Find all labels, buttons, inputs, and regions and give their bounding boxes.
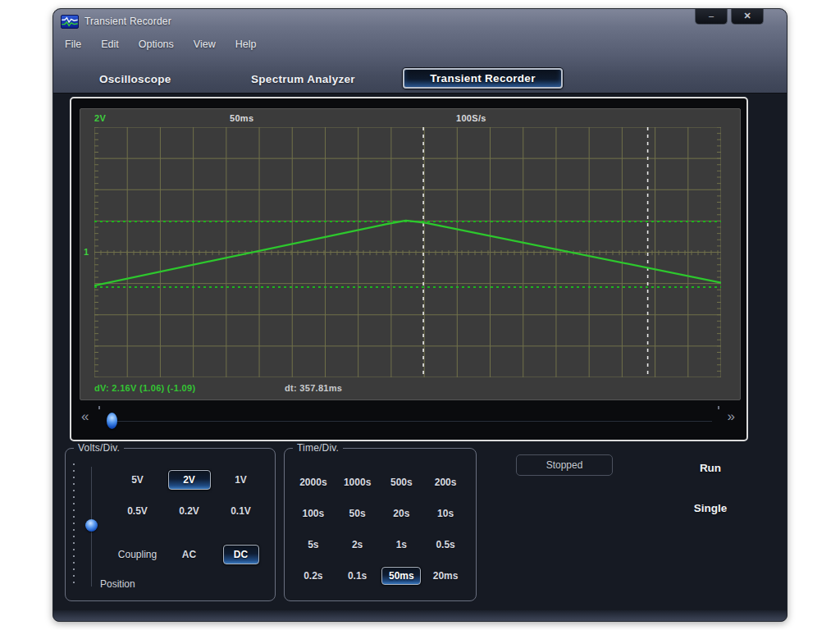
time-option-0.2s[interactable]: 0.2s (304, 570, 322, 582)
single-button[interactable]: Single (673, 502, 747, 514)
time-div-group: Time/Div. 2000s 1000s 500s 200s 100s 50s… (284, 448, 477, 601)
time-option-0.1s[interactable]: 0.1s (348, 570, 367, 582)
volts-option-0.5v[interactable]: 0.5V (127, 505, 148, 517)
menu-help[interactable]: Help (235, 39, 257, 50)
time-option-500s[interactable]: 500s (390, 477, 413, 488)
time-option-1000s[interactable]: 1000s (344, 477, 371, 488)
coupling-row: Coupling AC DC (112, 543, 267, 565)
titlebar[interactable]: Transient Recorder – ✕ (53, 9, 787, 35)
menu-options[interactable]: Options (139, 39, 174, 50)
scroll-tick (98, 406, 100, 409)
close-button[interactable]: ✕ (731, 9, 764, 25)
time-option-20s[interactable]: 20s (393, 508, 409, 519)
scope-screen: 2V 50ms 100S/s 1 dV: 2.16V (1.06) (-1.09… (80, 108, 741, 400)
time-option-2000s[interactable]: 2000s (299, 477, 326, 488)
position-slider-thumb[interactable] (85, 519, 98, 532)
volts-option-2v-selected[interactable]: 2V (168, 470, 211, 490)
volts-option-5v[interactable]: 5V (131, 474, 144, 486)
position-slider-ticks (73, 463, 75, 588)
volts-row-1: 5V 2V 1V (112, 468, 267, 491)
volts-div-group: Volts/Div. 5V 2V 1V 0.5V 0.2V 0.1V Coupl… (65, 448, 276, 601)
app-window: Transient Recorder – ✕ File Edit Options… (52, 8, 788, 622)
sample-rate-readout: 100S/s (456, 113, 486, 123)
time-per-div-readout: 50ms (230, 113, 253, 123)
volts-per-div-readout: 2V (94, 113, 106, 123)
run-button[interactable]: Run (673, 462, 747, 474)
time-option-50ms-selected[interactable]: 50ms (381, 567, 421, 585)
scope-grid (94, 127, 721, 377)
dv-readout: dV: 2.16V (1.06) (-1.09) (94, 383, 195, 393)
time-option-100s[interactable]: 100s (303, 508, 325, 519)
scroll-right-button[interactable]: » (728, 409, 735, 425)
time-option-10s[interactable]: 10s (437, 508, 454, 519)
menubar: File Edit Options View Help (65, 39, 256, 50)
time-option-2s[interactable]: 2s (352, 539, 363, 550)
scroll-thumb[interactable] (107, 413, 117, 429)
scope-scrollbar: « » (71, 404, 746, 440)
tab-oscilloscope[interactable]: Oscilloscope (99, 73, 171, 85)
mode-tabs: Oscilloscope Spectrum Analyzer Transient… (53, 65, 787, 93)
scroll-track[interactable] (114, 420, 712, 422)
volts-row-2: 0.5V 0.2V 0.1V (112, 500, 267, 522)
time-div-options: 2000s 1000s 500s 200s 100s 50s 20s 10s 5… (291, 467, 468, 591)
minimize-button[interactable]: – (695, 9, 728, 25)
scroll-tick (718, 406, 719, 409)
coupling-option-dc-selected[interactable]: DC (223, 545, 259, 564)
window-bottom-edge (53, 610, 787, 621)
volts-option-0.2v[interactable]: 0.2V (179, 505, 199, 517)
status-indicator: Stopped (516, 454, 613, 476)
scroll-left-button[interactable]: « (81, 409, 89, 425)
window-title: Transient Recorder (84, 16, 171, 27)
time-option-20ms[interactable]: 20ms (433, 570, 459, 582)
menu-edit[interactable]: Edit (101, 39, 119, 50)
volts-option-0.1v[interactable]: 0.1V (231, 505, 251, 517)
channel-marker: 1 (84, 247, 89, 257)
coupling-option-ac[interactable]: AC (182, 549, 196, 560)
tab-spectrum-analyzer[interactable]: Spectrum Analyzer (251, 73, 355, 85)
time-option-5s[interactable]: 5s (308, 539, 318, 550)
time-option-0.5s[interactable]: 0.5s (436, 539, 454, 550)
position-label: Position (100, 578, 135, 590)
time-div-title: Time/Div. (293, 442, 343, 454)
coupling-label: Coupling (118, 549, 157, 560)
volts-option-1v[interactable]: 1V (235, 474, 247, 486)
window-header: Transient Recorder – ✕ File Edit Options… (53, 9, 787, 94)
time-option-200s[interactable]: 200s (435, 477, 457, 488)
time-option-50s[interactable]: 50s (349, 508, 366, 519)
app-icon (61, 15, 79, 29)
time-option-1s[interactable]: 1s (396, 539, 407, 550)
volts-div-title: Volts/Div. (74, 442, 124, 454)
tab-transient-recorder[interactable]: Transient Recorder (403, 68, 563, 89)
menu-view[interactable]: View (194, 39, 216, 50)
dt-readout: dt: 357.81ms (285, 383, 342, 393)
menu-file[interactable]: File (65, 39, 81, 50)
graph-panel: 2V 50ms 100S/s 1 dV: 2.16V (1.06) (-1.09… (70, 97, 748, 441)
